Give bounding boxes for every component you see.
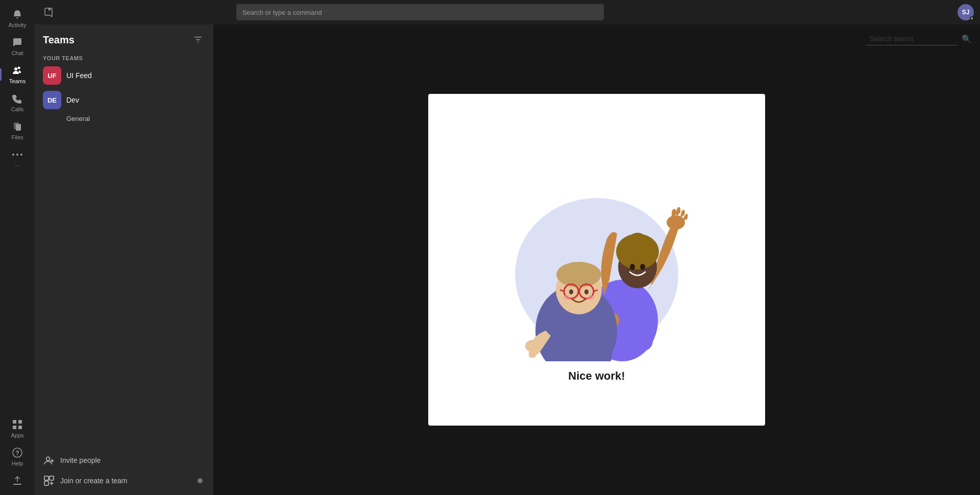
sidebar-item-label: Teams <box>9 78 26 84</box>
svg-point-48 <box>586 295 595 300</box>
search-placeholder: Search or type a command <box>242 9 322 16</box>
svg-rect-13 <box>13 484 21 485</box>
your-teams-label: Your teams <box>35 51 213 63</box>
svg-point-46 <box>584 289 589 294</box>
modal-title: Nice work! <box>568 369 625 383</box>
bell-icon <box>11 8 23 20</box>
svg-point-0 <box>14 67 17 70</box>
svg-rect-10 <box>18 426 22 429</box>
avatar[interactable]: SJ <box>958 4 974 20</box>
sidebar-item-calls[interactable]: Calls <box>0 88 35 116</box>
more-icon <box>11 148 23 161</box>
svg-rect-3 <box>16 124 21 131</box>
sidebar-item-label: Files <box>11 134 23 140</box>
manage-teams-settings-icon[interactable] <box>195 476 205 486</box>
svg-point-30 <box>630 264 635 270</box>
svg-rect-7 <box>13 420 16 424</box>
sidebar-item-files[interactable]: Files <box>0 116 35 144</box>
sidebar-item-activity[interactable]: Activity <box>0 4 35 32</box>
compose-button[interactable] <box>41 4 57 20</box>
svg-text:?: ? <box>15 450 19 457</box>
upload-icon <box>11 475 23 487</box>
help-icon: ? <box>11 447 23 459</box>
svg-rect-16 <box>198 42 199 43</box>
content-area: Teams Your teams UF UI Feed ... <box>35 24 980 495</box>
channel-item-general[interactable]: General <box>35 112 213 125</box>
team-item-dev[interactable]: DE Dev ... <box>35 88 213 112</box>
sidebar-item-label: Chat <box>11 50 23 56</box>
modal-dialog: Nice work! <box>428 94 765 426</box>
sidebar-item-label: Calls <box>11 106 23 112</box>
search-bar[interactable]: Search or type a command <box>236 4 604 20</box>
sidebar-item-apps[interactable]: Apps <box>0 414 35 442</box>
svg-point-17 <box>46 457 50 461</box>
invite-people-label: Invite people <box>60 456 101 464</box>
team-avatar-dev: DE <box>43 91 61 109</box>
svg-point-6 <box>20 154 22 156</box>
svg-point-45 <box>569 289 573 294</box>
teams-icon <box>11 64 23 77</box>
svg-point-31 <box>640 264 645 270</box>
modal-illustration <box>495 147 699 361</box>
teams-bottom: Invite people Join or create a tea <box>35 446 213 495</box>
svg-rect-14 <box>194 37 202 38</box>
sidebar-item-teams[interactable]: Teams <box>0 60 35 88</box>
sidebar-item-label: Activity <box>9 22 27 28</box>
modal-overlay[interactable]: Nice work! <box>213 24 980 495</box>
apps-icon <box>11 418 23 431</box>
topbar: Search or type a command SJ <box>35 0 980 24</box>
join-create-label: Join or create a team <box>60 477 128 485</box>
teams-add-icon <box>43 475 55 487</box>
svg-point-29 <box>627 233 648 253</box>
sidebar-item-more[interactable]: ··· <box>0 144 35 172</box>
sidebar: Activity Chat Teams Calls <box>0 0 35 495</box>
teams-panel-title: Teams <box>43 34 75 46</box>
sidebar-item-upload[interactable] <box>0 471 35 491</box>
svg-rect-9 <box>13 426 16 429</box>
svg-point-5 <box>16 154 18 156</box>
person-add-icon <box>43 454 55 466</box>
invite-people-button[interactable]: Invite people <box>35 450 213 471</box>
svg-point-47 <box>563 295 571 300</box>
svg-rect-19 <box>50 476 54 480</box>
join-create-team-button[interactable]: Join or create a team <box>35 471 213 491</box>
team-name-dev: Dev <box>66 96 192 104</box>
sidebar-item-help[interactable]: ? Help <box>0 442 35 471</box>
svg-rect-8 <box>18 420 22 424</box>
filter-button[interactable] <box>191 33 205 47</box>
svg-point-39 <box>556 262 601 287</box>
main-container: Search or type a command SJ Teams <box>35 0 980 495</box>
svg-rect-20 <box>44 481 48 485</box>
team-avatar-ui-feed: UF <box>43 66 61 85</box>
team-name-ui-feed: UI Feed <box>66 71 192 80</box>
chat-icon <box>11 36 23 48</box>
avatar-status <box>970 16 974 20</box>
files-icon <box>11 120 23 133</box>
svg-point-24 <box>667 215 685 230</box>
phone-icon <box>11 92 23 105</box>
svg-point-4 <box>12 154 14 156</box>
teams-panel: Teams Your teams UF UI Feed ... <box>35 24 213 495</box>
teams-header: Teams <box>35 24 213 51</box>
sidebar-item-label: Help <box>12 460 23 466</box>
svg-point-1 <box>18 67 20 69</box>
right-area: 🔍 <box>213 24 980 495</box>
svg-rect-15 <box>196 39 200 40</box>
sidebar-item-label: ··· <box>15 162 19 168</box>
sidebar-item-chat[interactable]: Chat <box>0 32 35 60</box>
sidebar-item-label: Apps <box>11 432 23 438</box>
svg-rect-18 <box>44 476 48 480</box>
svg-rect-35 <box>546 310 612 361</box>
svg-rect-37 <box>529 349 536 358</box>
team-item-ui-feed[interactable]: UF UI Feed ... <box>35 63 213 88</box>
